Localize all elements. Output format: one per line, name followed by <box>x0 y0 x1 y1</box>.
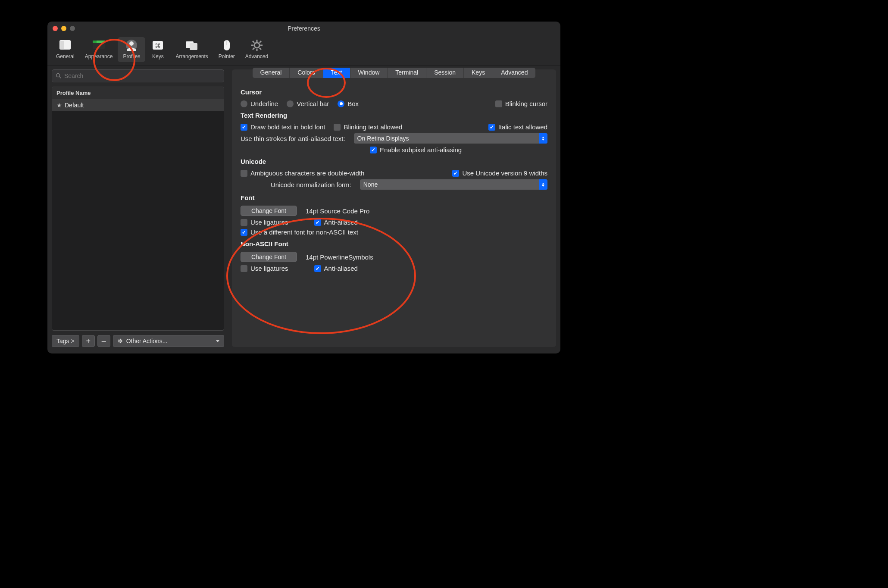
tags-button[interactable]: Tags > <box>52 335 79 347</box>
section-font-title: Font <box>241 194 547 201</box>
cursor-vertical-bar-radio[interactable]: Vertical bar <box>287 100 329 107</box>
text-rendering-row1: Draw bold text in bold font Blinking tex… <box>241 123 547 131</box>
unicode-norm-row: Unicode normalization form: None <box>241 179 547 190</box>
toolbar-item-pointer[interactable]: Pointer <box>213 37 240 62</box>
pointer-icon <box>219 39 234 52</box>
tab-terminal[interactable]: Terminal <box>388 68 426 78</box>
tab-keys[interactable]: Keys <box>464 68 493 78</box>
svg-line-20 <box>260 41 261 43</box>
chevron-updown-icon <box>539 179 547 190</box>
nonascii-antialiased-checkbox[interactable]: Anti-aliased <box>314 265 358 272</box>
toolbar-item-profiles[interactable]: Profiles <box>118 37 145 62</box>
profile-row[interactable]: ★ Default <box>52 99 224 111</box>
profiles-header[interactable]: Profile Name <box>52 87 224 99</box>
blinking-cursor-checkbox[interactable]: Blinking cursor <box>495 100 547 107</box>
keys-icon: ⌘ <box>150 39 165 52</box>
blinking-text-checkbox[interactable]: Blinking text allowed <box>334 123 402 131</box>
font-ligatures-checkbox[interactable]: Use ligatures <box>241 219 288 226</box>
change-font-button[interactable]: Change Font <box>241 206 297 216</box>
svg-point-13 <box>254 43 260 48</box>
font-row1: Change Font 14pt Source Code Pro <box>241 206 547 216</box>
svg-rect-1 <box>60 41 64 49</box>
tab-colors[interactable]: Colors <box>290 68 323 78</box>
window-title: Preferences <box>47 25 560 32</box>
text-pane: Cursor Underline Vertical bar Box Blinki… <box>232 78 556 275</box>
different-nonascii-font-checkbox[interactable]: Use a different font for non-ASCII text <box>241 228 358 236</box>
unicode-v9-checkbox[interactable]: Use Unicode version 9 widths <box>452 169 547 177</box>
arrangements-icon <box>184 39 199 52</box>
section-cursor-title: Cursor <box>241 88 547 96</box>
profiles-icon <box>124 39 139 52</box>
remove-profile-button[interactable]: – <box>97 335 110 347</box>
toolbar: General Appearance Profiles ⌘ Keys <box>47 35 560 66</box>
unicode-norm-select[interactable]: None <box>360 179 547 190</box>
subpixel-row: Enable subpixel anti-aliasing <box>241 146 547 153</box>
toolbar-label: General <box>56 53 75 59</box>
tab-advanced[interactable]: Advanced <box>493 68 535 78</box>
font-row2: Use ligatures Anti-aliased <box>241 219 547 226</box>
svg-line-23 <box>59 77 61 78</box>
svg-point-22 <box>56 74 60 77</box>
profiles-empty-area <box>52 111 224 330</box>
chevron-updown-icon <box>539 133 547 144</box>
font-antialiased-checkbox[interactable]: Anti-aliased <box>314 219 358 226</box>
titlebar: Preferences <box>47 22 560 35</box>
window-body: Profile Name ★ Default Tags > + – ✻ Othe… <box>47 66 560 351</box>
thin-strokes-value: On Retina Displays <box>357 135 409 142</box>
thin-strokes-label: Use thin strokes for anti-aliased text: <box>241 135 345 142</box>
tab-window[interactable]: Window <box>350 68 388 78</box>
svg-text:⌘: ⌘ <box>155 42 161 49</box>
change-nonascii-font-button[interactable]: Change Font <box>241 252 297 262</box>
svg-point-6 <box>129 41 134 46</box>
tab-general[interactable]: General <box>253 68 290 78</box>
nonascii-font-description: 14pt PowerlineSymbols <box>306 253 373 261</box>
nonascii-ligatures-checkbox[interactable]: Use ligatures <box>241 265 288 272</box>
other-actions-dropdown[interactable]: ✻ Other Actions... <box>113 335 224 347</box>
svg-line-18 <box>253 41 254 43</box>
ambiguous-width-checkbox[interactable]: Ambiguous characters are double-width <box>241 169 364 177</box>
toolbar-label: Keys <box>152 53 164 59</box>
font-row3: Use a different font for non-ASCII text <box>241 228 547 236</box>
tab-session[interactable]: Session <box>426 68 464 78</box>
star-icon: ★ <box>56 102 62 109</box>
search-icon <box>56 73 62 79</box>
profiles-sidebar: Profile Name ★ Default Tags > + – ✻ Othe… <box>52 69 224 347</box>
toolbar-label: Arrangements <box>175 53 208 59</box>
thin-strokes-row: Use thin strokes for anti-aliased text: … <box>241 133 547 144</box>
appearance-icon <box>91 39 106 52</box>
svg-rect-4 <box>93 41 97 43</box>
unicode-row1: Ambiguous characters are double-width Us… <box>241 169 547 177</box>
gear-icon: ✻ <box>118 338 123 344</box>
tab-text[interactable]: Text <box>323 68 350 78</box>
search-input[interactable] <box>64 72 220 79</box>
nonascii-row1: Change Font 14pt PowerlineSymbols <box>241 252 547 262</box>
other-actions-label: Other Actions... <box>126 338 168 344</box>
add-profile-button[interactable]: + <box>82 335 95 347</box>
bold-text-checkbox[interactable]: Draw bold text in bold font <box>241 123 325 131</box>
toolbar-item-arrangements[interactable]: Arrangements <box>170 37 213 62</box>
section-nonascii-font-title: Non-ASCII Font <box>241 240 547 247</box>
sidebar-footer: Tags > + – ✻ Other Actions... <box>52 335 224 347</box>
toolbar-label: Advanced <box>245 53 268 59</box>
unicode-norm-label: Unicode normalization form: <box>271 181 351 188</box>
cursor-underline-radio[interactable]: Underline <box>241 100 278 107</box>
profiles-table: Profile Name ★ Default <box>52 87 224 331</box>
italic-text-checkbox[interactable]: Italic text allowed <box>488 123 547 131</box>
toolbar-item-general[interactable]: General <box>51 37 80 62</box>
advanced-icon <box>250 39 264 52</box>
section-text-rendering-title: Text Rendering <box>241 112 547 119</box>
search-field[interactable] <box>52 69 224 82</box>
unicode-norm-value: None <box>363 181 378 188</box>
toolbar-item-advanced[interactable]: Advanced <box>240 37 273 62</box>
cursor-box-radio[interactable]: Box <box>338 100 359 107</box>
subpixel-aa-checkbox[interactable]: Enable subpixel anti-aliasing <box>370 146 462 153</box>
toolbar-label: Profiles <box>123 53 140 59</box>
thin-strokes-select[interactable]: On Retina Displays <box>354 133 547 144</box>
toolbar-item-keys[interactable]: ⌘ Keys <box>145 37 170 62</box>
toolbar-item-appearance[interactable]: Appearance <box>80 37 118 62</box>
cursor-shape-row: Underline Vertical bar Box Blinking curs… <box>241 100 547 107</box>
svg-line-21 <box>253 48 254 50</box>
general-icon <box>58 39 72 52</box>
toolbar-label: Appearance <box>85 53 113 59</box>
profile-settings-panel: General Colors Text Window Terminal Sess… <box>232 69 556 347</box>
